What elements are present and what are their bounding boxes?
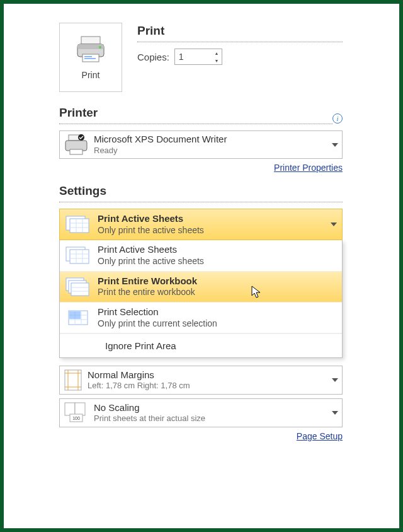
print-button[interactable]: Print [59,23,122,92]
svg-rect-5 [84,56,92,57]
page-setup-link[interactable]: Page Setup [59,431,343,441]
option-desc: Only print the active sheets [98,256,337,267]
info-icon[interactable]: i [332,113,343,124]
margins-icon [64,369,82,391]
copies-input[interactable]: 1 ▲ ▼ [174,49,222,65]
workbook-icon [65,276,91,298]
top-row: Print Print Copies: 1 ▲ ▼ [59,23,343,92]
print-what-selected-title: Print Active Sheets [98,213,324,225]
printer-properties-link[interactable]: Printer Properties [59,163,343,173]
printer-dropdown[interactable]: Microsoft XPS Document Writer Ready [59,130,343,159]
copies-label: Copies: [137,52,169,62]
chevron-down-icon [332,411,338,415]
print-title: Print [137,24,343,42]
spinner-up-icon[interactable]: ▲ [212,49,222,57]
svg-point-3 [99,46,101,49]
svg-text:100: 100 [72,416,80,420]
printer-name: Microsoft XPS Document Writer [94,134,327,146]
print-what-options: Print Active Sheets Only print the activ… [59,240,343,358]
svg-rect-9 [70,149,82,154]
settings-title: Settings [59,184,343,202]
margins-desc: Left: 1,78 cm Right: 1,78 cm [88,381,327,391]
printer-section: Printer i Microsoft XPS Document Writer … [59,106,343,173]
printer-device-icon [64,134,89,156]
printer-status: Ready [94,146,327,156]
option-print-active-sheets[interactable]: Print Active Sheets Only print the activ… [60,240,342,271]
print-config: Print Copies: 1 ▲ ▼ [137,23,343,92]
option-print-selection[interactable]: Print Selection Only print the current s… [60,303,342,333]
copies-spinner[interactable]: ▲ ▼ [212,49,222,64]
print-what-selected-desc: Only print the active sheets [98,225,324,236]
svg-rect-39 [65,403,75,415]
printer-icon [75,35,106,66]
scaling-desc: Print sheets at their actual size [94,413,327,424]
option-print-entire-workbook[interactable]: Print Entire Workbook Print the entire w… [60,272,342,303]
sheets-icon [65,214,91,235]
option-title: Print Entire Workbook [98,275,337,287]
svg-rect-25 [71,283,89,296]
chevron-down-icon [332,378,338,382]
svg-rect-0 [81,37,100,44]
svg-rect-6 [84,58,96,59]
chevron-down-icon [332,143,338,147]
print-button-label: Print [82,70,100,80]
svg-rect-12 [70,219,89,233]
svg-rect-40 [75,403,85,415]
scaling-title: No Scaling [94,402,327,414]
scaling-dropdown[interactable]: 100 No Scaling Print sheets at their act… [59,398,343,427]
option-desc: Print the entire workbook [98,287,337,298]
print-backstage-panel: Print Print Copies: 1 ▲ ▼ Printer i [0,0,403,532]
copies-value: 1 [175,52,212,62]
print-what-dropdown[interactable]: Print Active Sheets Only print the activ… [59,209,343,240]
option-ignore-print-area[interactable]: Ignore Print Area [60,333,342,357]
printer-title: Printer [59,106,332,124]
option-title: Print Active Sheets [98,244,337,256]
margins-title: Normal Margins [88,369,327,381]
svg-rect-33 [69,311,81,319]
scaling-icon: 100 [64,402,89,424]
sheets-icon [65,245,91,266]
selection-icon [65,307,91,328]
option-title: Print Selection [98,306,337,318]
settings-section: Settings Print Active Sheets Only print … [59,184,343,441]
chevron-down-icon [331,223,337,226]
margins-dropdown[interactable]: Normal Margins Left: 1,78 cm Right: 1,78… [59,366,343,395]
svg-rect-18 [70,250,89,263]
spinner-down-icon[interactable]: ▼ [212,57,222,64]
copies-row: Copies: 1 ▲ ▼ [137,49,343,65]
option-desc: Only print the current selection [98,318,337,330]
